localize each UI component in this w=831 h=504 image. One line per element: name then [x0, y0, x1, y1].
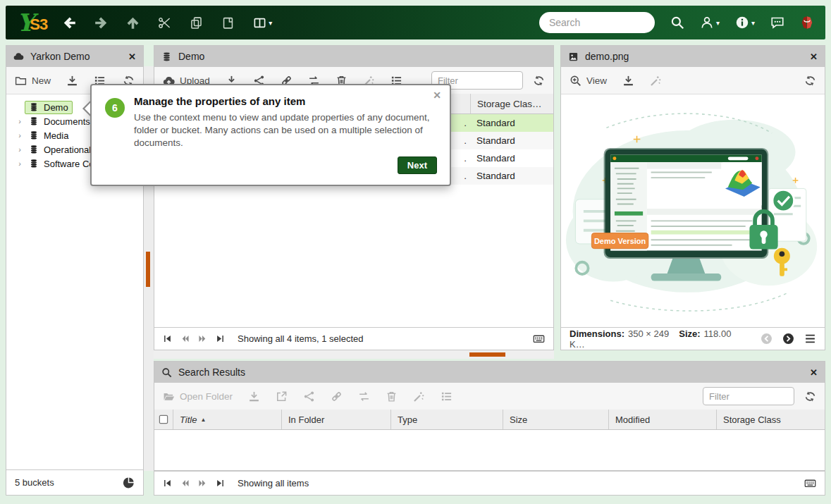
arrow-up-button[interactable]: [126, 16, 140, 30]
menu-button[interactable]: [804, 333, 816, 345]
column-header-type[interactable]: Type: [390, 410, 503, 429]
pnext-icon[interactable]: [198, 334, 207, 343]
next-button[interactable]: Next: [398, 156, 437, 174]
horizontal-scrollbar-thumb[interactable]: [469, 352, 505, 357]
trash-icon: [386, 391, 398, 402]
info-button[interactable]: ▾: [735, 16, 755, 30]
caret-down-icon: ▾: [751, 19, 755, 27]
close-icon[interactable]: ✕: [810, 367, 818, 378]
app-root: Y S3 ▾ ▾▾ Yarkon Demo ✕ New ›Demo›Docume…: [0, 0, 831, 504]
external-button[interactable]: [276, 391, 288, 402]
cloud-icon: [13, 51, 24, 62]
refresh-button[interactable]: [804, 75, 816, 87]
search-button[interactable]: [670, 16, 684, 30]
wand-icon: [650, 75, 662, 87]
chat-button[interactable]: [770, 16, 784, 30]
dimensions-value: 350 × 249: [628, 328, 669, 339]
download-button[interactable]: [66, 75, 78, 87]
demo-version-ribbon: Demo Version: [594, 237, 646, 245]
share-button[interactable]: [303, 391, 315, 402]
close-icon[interactable]: ✕: [128, 51, 136, 62]
pfirst-icon[interactable]: [163, 479, 172, 488]
size-label: Size:: [679, 328, 700, 339]
plast-icon[interactable]: [216, 479, 225, 488]
plast-icon[interactable]: [216, 334, 225, 343]
search-input[interactable]: [539, 12, 655, 33]
arrow-right-button[interactable]: [94, 16, 108, 30]
select-all-checkbox[interactable]: [154, 410, 173, 429]
bucket-content-footer: Showing all 4 items, 1 selected: [154, 327, 553, 350]
person-button[interactable]: ▾: [700, 16, 720, 30]
next-item-button[interactable]: [782, 333, 794, 345]
close-icon[interactable]: ✕: [433, 90, 441, 101]
keyboard-icon[interactable]: [533, 333, 545, 345]
download-button[interactable]: [248, 391, 260, 402]
keyboard-button[interactable]: [804, 477, 816, 489]
pprev-icon[interactable]: [180, 334, 190, 343]
folder-button[interactable]: New: [15, 75, 51, 87]
items-status: Showing all 4 items, 1 selected: [238, 333, 363, 344]
list-icon: [441, 391, 453, 402]
refresh-icon: [804, 391, 816, 402]
sort-asc-icon: ▲: [200, 417, 206, 423]
arrow-up-icon: [126, 16, 140, 30]
yarkon-logo[interactable]: Y S3: [17, 13, 47, 33]
pprev-icon[interactable]: [180, 479, 190, 488]
expand-chevron-icon[interactable]: ›: [15, 145, 25, 154]
wand-button[interactable]: [650, 75, 662, 87]
trash-button[interactable]: [386, 391, 398, 402]
keyboard-button[interactable]: [533, 333, 545, 345]
search-results-panel: Search Results ✕ Open Folder Title▲In Fo…: [154, 361, 825, 471]
zoom-button[interactable]: View: [570, 75, 607, 87]
column-header-size[interactable]: Size: [503, 410, 608, 429]
swap-button[interactable]: [358, 391, 370, 402]
expand-chevron-icon[interactable]: ›: [15, 117, 25, 125]
refresh-icon: [804, 75, 816, 87]
s3-logo-button[interactable]: [800, 16, 814, 30]
tour-title: Manage the properties of any item: [134, 95, 305, 107]
storage-class-cell: Standard: [470, 171, 553, 181]
storage-class-column-header[interactable]: Storage Clas…: [470, 94, 553, 113]
paste-icon: [221, 16, 235, 30]
caret-down-icon: ▾: [716, 19, 720, 27]
link-button[interactable]: [331, 391, 343, 402]
arrow-left-button[interactable]: [63, 16, 76, 30]
open-folder-button[interactable]: Open Folder: [163, 391, 233, 402]
search-icon: [670, 16, 684, 30]
preview-panel-title: demo.png: [585, 51, 629, 62]
buckets-panel-title: Yarkon Demo: [30, 51, 90, 62]
pfirst-icon[interactable]: [163, 334, 172, 343]
download-button[interactable]: [622, 75, 634, 87]
refresh-icon: [533, 75, 545, 87]
columns-button[interactable]: ▾: [253, 16, 272, 30]
refresh-button[interactable]: [533, 75, 545, 87]
filter-input[interactable]: [703, 387, 794, 405]
caret-down-icon: ▾: [269, 19, 272, 27]
expand-chevron-icon[interactable]: ›: [15, 131, 25, 140]
previous-item-button[interactable]: [761, 333, 772, 345]
close-icon[interactable]: ✕: [810, 51, 818, 62]
tree-item-label: Documents: [44, 116, 90, 127]
refresh-button[interactable]: [804, 391, 816, 402]
column-header-title[interactable]: Title▲: [173, 410, 281, 429]
pie-icon[interactable]: [123, 477, 135, 488]
download-icon: [66, 75, 78, 87]
paste-button[interactable]: [221, 16, 235, 30]
chat-icon: [770, 16, 784, 30]
open-folder-button-label: Open Folder: [180, 391, 233, 402]
keyboard-icon[interactable]: [804, 477, 816, 489]
column-header-in-folder[interactable]: In Folder: [281, 410, 390, 429]
folder-button-label: New: [32, 75, 51, 86]
scissors-icon: [158, 16, 171, 30]
pie-chart-button[interactable]: [123, 477, 135, 488]
column-header-storage-class[interactable]: Storage Class: [716, 410, 825, 429]
wand-button[interactable]: [413, 391, 425, 402]
vertical-scrollbar-thumb[interactable]: [146, 252, 150, 287]
column-header-modified[interactable]: Modified: [608, 410, 716, 429]
scissors-button[interactable]: [158, 16, 171, 30]
expand-chevron-icon[interactable]: ›: [15, 159, 25, 168]
copy-button[interactable]: [190, 16, 203, 30]
pnext-icon[interactable]: [198, 479, 207, 488]
tour-step-badge: 6: [105, 98, 125, 118]
list-button[interactable]: [441, 391, 453, 402]
